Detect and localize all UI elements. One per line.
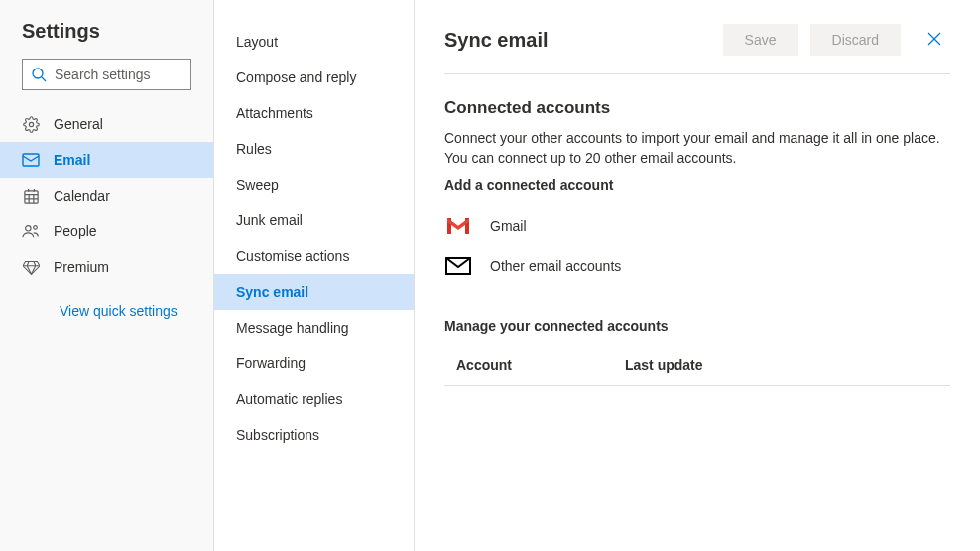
mid-label: Layout xyxy=(236,34,278,50)
svg-point-12 xyxy=(34,226,38,230)
svg-point-2 xyxy=(29,122,33,126)
search-wrap xyxy=(0,59,213,106)
left-nav: General Email xyxy=(0,106,213,285)
view-quick-settings-link[interactable]: View quick settings xyxy=(0,285,213,319)
mid-item-rules[interactable]: Rules xyxy=(214,131,414,167)
mid-label: Compose and reply xyxy=(236,69,356,85)
mid-nav: Layout Compose and reply Attachments Rul… xyxy=(214,24,414,453)
column-last-update: Last update xyxy=(625,357,703,373)
manage-accounts-heading: Manage your connected accounts xyxy=(444,318,950,334)
gmail-icon xyxy=(444,215,472,237)
mid-item-compose-reply[interactable]: Compose and reply xyxy=(214,60,414,95)
nav-label: Premium xyxy=(54,259,109,275)
settings-left-panel: Settings General xyxy=(0,0,214,551)
connected-accounts-description: Connect your other accounts to import yo… xyxy=(444,128,950,169)
mail-icon xyxy=(22,151,40,169)
add-gmail-account[interactable]: Gmail xyxy=(444,207,950,246)
mid-item-forwarding[interactable]: Forwarding xyxy=(214,345,414,381)
mid-item-automatic-replies[interactable]: Automatic replies xyxy=(214,381,414,417)
diamond-icon xyxy=(22,258,40,276)
add-connected-account-label: Add a connected account xyxy=(444,177,950,193)
mid-label: Subscriptions xyxy=(236,427,319,443)
mid-item-customise-actions[interactable]: Customise actions xyxy=(214,238,414,274)
settings-title: Settings xyxy=(0,20,213,59)
mid-item-subscriptions[interactable]: Subscriptions xyxy=(214,417,414,453)
gear-icon xyxy=(22,115,40,133)
settings-mid-panel: Layout Compose and reply Attachments Rul… xyxy=(214,0,415,551)
mid-item-layout[interactable]: Layout xyxy=(214,24,414,60)
svg-rect-3 xyxy=(23,154,39,166)
mid-label: Attachments xyxy=(236,105,313,121)
mid-item-sync-email[interactable]: Sync email xyxy=(214,274,414,310)
mid-item-sweep[interactable]: Sweep xyxy=(214,167,414,203)
nav-label: People xyxy=(54,223,97,239)
calendar-icon xyxy=(22,187,40,205)
nav-label: Calendar xyxy=(54,188,110,204)
nav-item-premium[interactable]: Premium xyxy=(0,249,213,285)
nav-item-email[interactable]: Email xyxy=(0,142,213,178)
mid-label: Message handling xyxy=(236,320,349,336)
mid-item-junk-email[interactable]: Junk email xyxy=(214,203,414,238)
nav-label: General xyxy=(54,116,103,132)
mid-item-message-handling[interactable]: Message handling xyxy=(214,310,414,345)
mid-label: Sync email xyxy=(236,284,308,300)
mid-item-attachments[interactable]: Attachments xyxy=(214,95,414,131)
nav-item-general[interactable]: General xyxy=(0,106,213,142)
provider-label: Gmail xyxy=(490,218,527,234)
mid-label: Rules xyxy=(236,141,272,157)
nav-item-people[interactable]: People xyxy=(0,213,213,249)
nav-label: Email xyxy=(54,152,90,168)
provider-label: Other email accounts xyxy=(490,258,621,274)
mid-label: Sweep xyxy=(236,177,279,193)
content-actions: Save Discard xyxy=(723,24,950,56)
svg-rect-4 xyxy=(24,190,37,202)
mid-label: Automatic replies xyxy=(236,391,342,407)
content-title: Sync email xyxy=(444,29,549,52)
nav-item-calendar[interactable]: Calendar xyxy=(0,178,213,213)
mid-label: Customise actions xyxy=(236,248,349,264)
close-button[interactable] xyxy=(919,24,950,56)
content-header: Sync email Save Discard xyxy=(444,24,950,74)
settings-content-panel: Sync email Save Discard Connected accoun… xyxy=(415,0,980,551)
svg-point-0 xyxy=(33,69,43,78)
settings-dialog: Settings General xyxy=(0,0,980,551)
search-box[interactable] xyxy=(22,59,191,90)
search-input[interactable] xyxy=(55,67,183,82)
people-icon xyxy=(22,222,40,240)
svg-point-11 xyxy=(26,226,31,231)
mid-label: Forwarding xyxy=(236,355,306,371)
svg-line-1 xyxy=(42,77,46,81)
discard-button[interactable]: Discard xyxy=(810,24,901,56)
add-other-email-account[interactable]: Other email accounts xyxy=(444,246,950,286)
search-icon xyxy=(31,66,47,83)
mid-label: Junk email xyxy=(236,212,303,228)
accounts-table-header: Account Last update xyxy=(444,345,950,386)
connected-accounts-heading: Connected accounts xyxy=(444,98,950,118)
envelope-icon xyxy=(444,255,472,277)
column-account: Account xyxy=(456,357,625,373)
save-button[interactable]: Save xyxy=(723,24,798,56)
close-icon xyxy=(927,32,941,49)
